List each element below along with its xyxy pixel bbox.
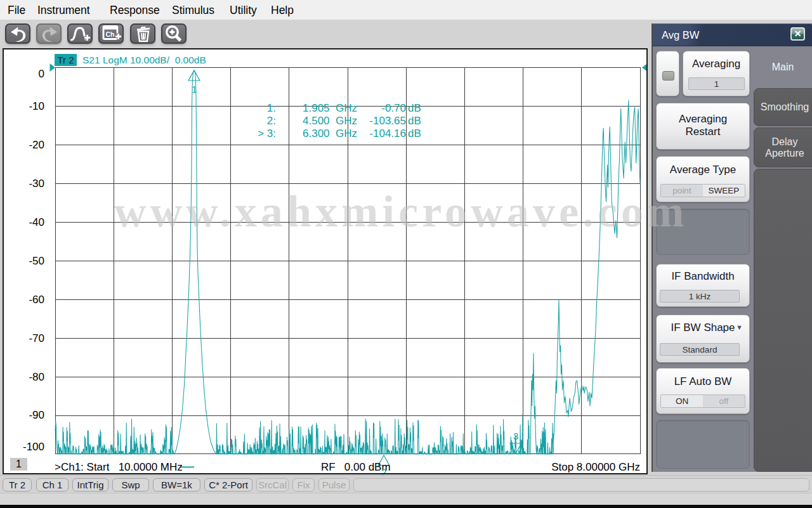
- svg-text:Ch: Ch: [106, 30, 115, 38]
